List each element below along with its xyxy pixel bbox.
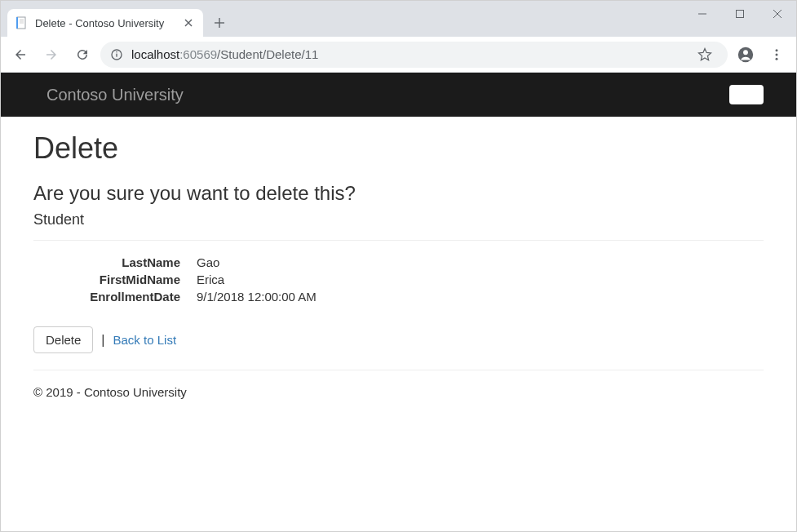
titlebar: Delete - Contoso University [1, 1, 796, 37]
divider [33, 240, 764, 241]
last-name-value: Gao [197, 255, 764, 269]
url-text: localhost:60569/Student/Delete/11 [131, 47, 684, 61]
first-mid-name-value: Erica [197, 273, 764, 286]
svg-rect-10 [737, 11, 744, 18]
nav-forward-button[interactable] [38, 42, 64, 68]
svg-point-18 [776, 49, 778, 51]
delete-button[interactable]: Delete [33, 326, 93, 353]
tab-close-icon[interactable] [182, 16, 195, 29]
action-row: Delete | Back to List [33, 326, 764, 353]
svg-rect-14 [116, 53, 117, 56]
tab-strip: Delete - Contoso University [1, 1, 231, 37]
browser-toolbar: localhost:60569/Student/Delete/11 [1, 37, 796, 73]
new-tab-button[interactable] [208, 11, 231, 34]
page-title: Delete [33, 131, 764, 166]
browser-menu-icon[interactable] [764, 42, 790, 68]
last-name-label: LastName [33, 255, 197, 269]
navbar-toggle-button[interactable] [729, 85, 764, 104]
browser-window: Delete - Contoso University [0, 0, 797, 532]
first-mid-name-label: FirstMidName [33, 273, 197, 286]
tab-title: Delete - Contoso University [35, 17, 175, 29]
svg-rect-1 [16, 17, 18, 29]
site-info-icon[interactable] [110, 48, 123, 61]
url-host: localhost [131, 47, 179, 61]
entity-name: Student [33, 211, 764, 228]
nav-reload-button[interactable] [69, 42, 95, 68]
enrollment-date-label: EnrollmentDate [33, 290, 197, 304]
action-separator: | [101, 333, 104, 348]
svg-rect-15 [116, 51, 117, 52]
footer-divider [33, 370, 764, 370]
site-navbar: Contoso University [1, 73, 796, 117]
browser-tab[interactable]: Delete - Contoso University [7, 9, 203, 37]
profile-avatar-icon[interactable] [733, 42, 759, 68]
nav-back-button[interactable] [7, 42, 33, 68]
bookmark-star-icon[interactable] [692, 42, 718, 68]
address-bar[interactable]: localhost:60569/Student/Delete/11 [100, 42, 728, 68]
details-list: LastName Gao FirstMidName Erica Enrollme… [33, 255, 764, 304]
back-to-list-link[interactable]: Back to List [113, 333, 177, 347]
svg-point-17 [743, 50, 748, 55]
page-viewport: Contoso University Delete Are you sure y… [1, 73, 796, 531]
window-close-button[interactable] [759, 1, 796, 27]
tab-favicon-icon [15, 16, 29, 29]
page-container: Delete Are you sure you want to delete t… [1, 117, 796, 415]
window-maximize-button[interactable] [721, 1, 759, 27]
window-minimize-button[interactable] [684, 1, 721, 27]
svg-point-19 [776, 53, 778, 55]
footer-text: © 2019 - Contoso University [33, 385, 764, 399]
url-path: /Student/Delete/11 [217, 47, 318, 61]
window-controls [684, 1, 796, 27]
enrollment-date-value: 9/1/2018 12:00:00 AM [197, 290, 764, 304]
url-port: :60569 [179, 47, 217, 61]
confirm-question: Are you sure you want to delete this? [33, 182, 764, 205]
svg-point-20 [776, 57, 778, 60]
navbar-brand[interactable]: Contoso University [46, 86, 184, 104]
